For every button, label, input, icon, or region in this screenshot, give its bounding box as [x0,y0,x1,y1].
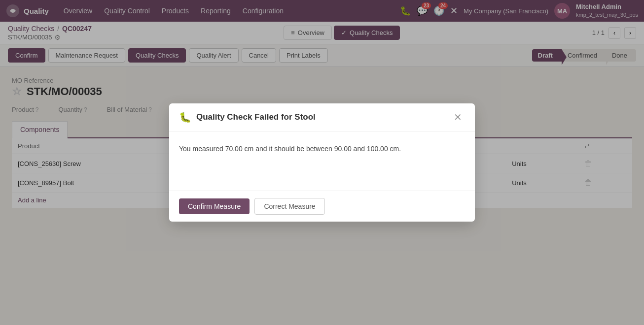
modal-message: You measured 70.00 cm and it should be b… [179,143,465,154]
modal-header: 🐛 Quality Check Failed for Stool ✕ [169,103,475,131]
modal-overlay: 🐛 Quality Check Failed for Stool ✕ You m… [0,0,644,325]
modal-footer: Confirm Measure Correct Measure [169,191,475,222]
modal-bug-icon: 🐛 [179,111,191,123]
modal-dialog: 🐛 Quality Check Failed for Stool ✕ You m… [169,103,475,222]
modal-body: You measured 70.00 cm and it should be b… [169,131,475,191]
modal-title: Quality Check Failed for Stool [196,112,446,122]
confirm-measure-button[interactable]: Confirm Measure [179,198,250,214]
correct-measure-button[interactable]: Correct Measure [254,198,324,215]
modal-close-button[interactable]: ✕ [451,111,465,123]
